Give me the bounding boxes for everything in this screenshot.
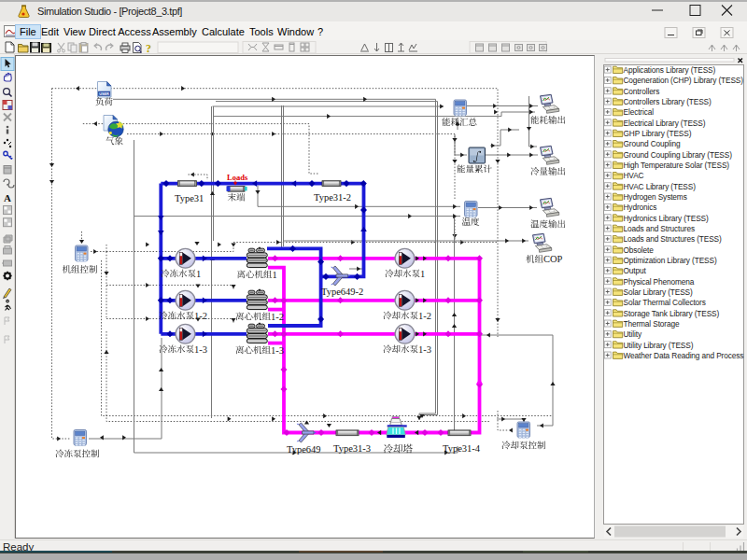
svg-text:1-3: 1-3	[194, 344, 207, 355]
svg-text:Loads: Loads	[227, 173, 248, 182]
svg-text:1-3: 1-3	[418, 344, 431, 355]
svg-text:Type31-4: Type31-4	[443, 443, 481, 454]
svg-text:A: A	[4, 192, 11, 203]
svg-text:?: ?	[146, 42, 151, 54]
svg-text:COP: COP	[543, 254, 563, 264]
svg-text:Type31-3: Type31-3	[333, 443, 371, 454]
svg-text:Type31-2: Type31-2	[314, 192, 351, 203]
svg-text:Type31: Type31	[175, 193, 204, 203]
svg-text:Type649: Type649	[287, 444, 321, 455]
svg-text:1: 1	[273, 270, 277, 280]
svg-text:1-2: 1-2	[271, 312, 284, 322]
svg-text:USER: USER	[99, 92, 109, 96]
svg-text:1-2: 1-2	[194, 311, 207, 321]
svg-text:1-3: 1-3	[271, 345, 284, 356]
svg-text:1-2: 1-2	[418, 311, 431, 321]
svg-text:1: 1	[196, 269, 201, 279]
svg-text:Type649-2: Type649-2	[321, 287, 363, 297]
svg-text:1: 1	[420, 269, 425, 279]
